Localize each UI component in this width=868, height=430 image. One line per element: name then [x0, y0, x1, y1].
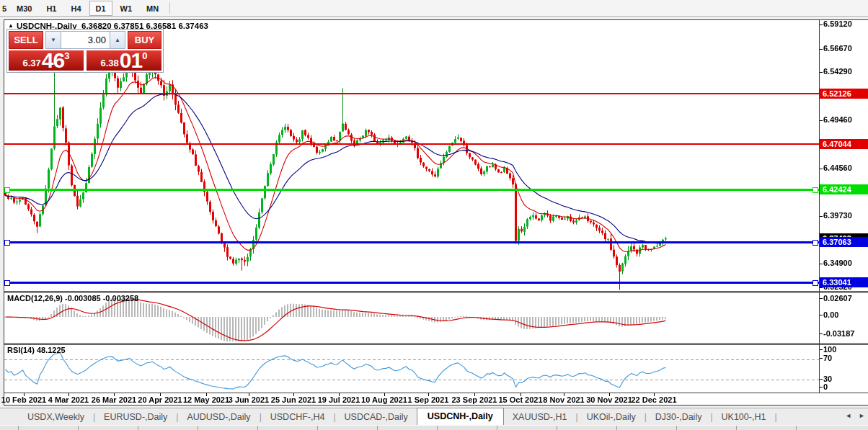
date-axis-label[interactable]: 25 Jun 2021: [267, 395, 319, 404]
resistance-line[interactable]: [4, 143, 819, 145]
chevron-down-icon: ▼: [50, 37, 56, 43]
pane-separator[interactable]: [4, 291, 868, 292]
support-line[interactable]: [4, 189, 819, 191]
line-drag-handle[interactable]: [4, 240, 10, 246]
line-drag-handle[interactable]: [4, 280, 10, 286]
date-axis-separator: [4, 393, 868, 393]
macd-label: MACD(12,26,9) -0.003085 -0.003258: [7, 294, 138, 303]
sell-price-big: 46: [42, 51, 64, 70]
price-axis-tick[interactable]: 6.39730: [823, 211, 852, 220]
sell-price-pip: 3: [64, 50, 69, 61]
line-drag-handle[interactable]: [4, 187, 10, 193]
support-line[interactable]: [4, 282, 819, 284]
level-price-badge: 6.42424: [820, 184, 868, 194]
buy-price-panel[interactable]: 6.38 01 0: [87, 50, 161, 71]
price-axis-tick[interactable]: 6.54290: [823, 67, 852, 76]
collapse-arrow-icon[interactable]: ▲: [8, 22, 14, 29]
level-price-badge: 6.37063: [820, 237, 868, 247]
chart-tab-usdx[interactable]: USDX,Weekly: [19, 410, 93, 424]
resistance-line[interactable]: [4, 93, 819, 94]
buy-price-big: 01: [120, 51, 142, 70]
date-axis-label[interactable]: 20 Apr 2021: [134, 395, 186, 404]
rsi-axis-tick[interactable]: 100: [823, 345, 836, 354]
chart-tab-eurusd[interactable]: EURUSD-,Daily: [95, 410, 176, 424]
pane-separator[interactable]: [4, 344, 868, 345]
volume-increase-button[interactable]: ▲: [110, 31, 125, 49]
date-axis-label[interactable]: 22 Dec 2021: [628, 395, 680, 404]
rsi-axis-tick[interactable]: 0: [823, 382, 828, 391]
macd-axis-tick[interactable]: 0.00: [823, 310, 838, 319]
terminal-window: 5M30H1H4D1W1MN ▲USDCNH-,Daily 6.36820 6.…: [0, 0, 868, 430]
date-axis-label[interactable]: 23 Sep 2021: [448, 395, 500, 404]
support-line[interactable]: [4, 241, 819, 243]
chevron-up-icon: ▲: [115, 37, 120, 43]
line-drag-handle[interactable]: [812, 187, 818, 193]
chart-tab-usdcnh[interactable]: USDCNH-,Daily: [417, 408, 504, 426]
tab-divider: |: [774, 412, 776, 422]
price-axis-tick[interactable]: 6.59120: [823, 19, 852, 28]
rsi-axis-tick[interactable]: 70: [823, 354, 832, 362]
chart-tab-ukoil[interactable]: UKOil-,Daily: [578, 410, 645, 424]
chart-tab-dj30[interactable]: DJ30-,Daily: [647, 410, 711, 424]
line-drag-handle[interactable]: [812, 280, 818, 286]
pane-separator[interactable]: [4, 292, 868, 293]
volume-input[interactable]: [61, 31, 110, 49]
pane-separator[interactable]: [4, 343, 868, 344]
level-price-badge: 6.52126: [820, 89, 868, 99]
level-price-badge: 6.33041: [820, 277, 868, 287]
price-axis-tick[interactable]: 6.56670: [823, 44, 852, 53]
chart-tab-uk100[interactable]: UK100-,H1: [713, 410, 775, 424]
date-axis-label[interactable]: 8 Nov 2021: [538, 395, 590, 404]
tab-scroll-left-icon[interactable]: ◄: [845, 412, 851, 419]
macd-axis-tick[interactable]: 0.02607: [823, 294, 852, 303]
ohlc-close: 6.37463: [178, 22, 208, 30]
bottom-strip: [0, 425, 868, 430]
sell-price-panel[interactable]: 6.37 46 3: [9, 50, 84, 71]
buy-price-prefix: 6.38: [101, 58, 119, 68]
date-axis-label[interactable]: 26 Mar 2021: [88, 395, 140, 404]
price-axis-tick[interactable]: 6.44560: [823, 164, 852, 172]
sell-price-prefix: 6.37: [23, 58, 41, 68]
chart-tab-bar: USDX,Weekly|EURUSD-,Daily|AUDUSD-,Daily|…: [0, 408, 868, 425]
date-axis-label[interactable]: 1 Sep 2021: [402, 395, 454, 404]
chart-tab-xauusd[interactable]: XAUUSD-,H1: [504, 410, 576, 424]
one-click-trading-panel: SELL ▼ ▲ BUY 6.37 46 3 6.38 01 0: [6, 29, 164, 73]
rsi-label: RSI(14) 48.1225: [7, 346, 66, 354]
date-axis-label[interactable]: 19 Jul 2021: [313, 395, 365, 404]
chart-tab-usdcad[interactable]: USDCAD-,Daily: [336, 410, 417, 424]
date-axis-label[interactable]: 4 Mar 2021: [43, 395, 94, 404]
buy-button[interactable]: BUY: [128, 31, 161, 49]
sell-button[interactable]: SELL: [9, 31, 43, 49]
buy-price-pip: 0: [142, 50, 147, 61]
macd-axis-tick[interactable]: -0.03187: [823, 329, 854, 338]
volume-decrease-button[interactable]: ▼: [45, 31, 61, 49]
price-axis-tick[interactable]: 6.49460: [823, 115, 852, 124]
line-drag-handle[interactable]: [812, 240, 818, 246]
level-price-badge: 6.47044: [820, 139, 868, 149]
price-axis-separator: [819, 20, 820, 393]
tab-scroll-arrows: ◄ ►: [845, 412, 865, 419]
chart-tab-audusd[interactable]: AUDUSD-,Daily: [178, 410, 259, 424]
price-axis-tick[interactable]: 6.34900: [823, 259, 852, 267]
chart-tab-usdchf[interactable]: USDCHF-,H4: [262, 410, 334, 424]
tab-scroll-right-icon[interactable]: ►: [859, 412, 865, 419]
